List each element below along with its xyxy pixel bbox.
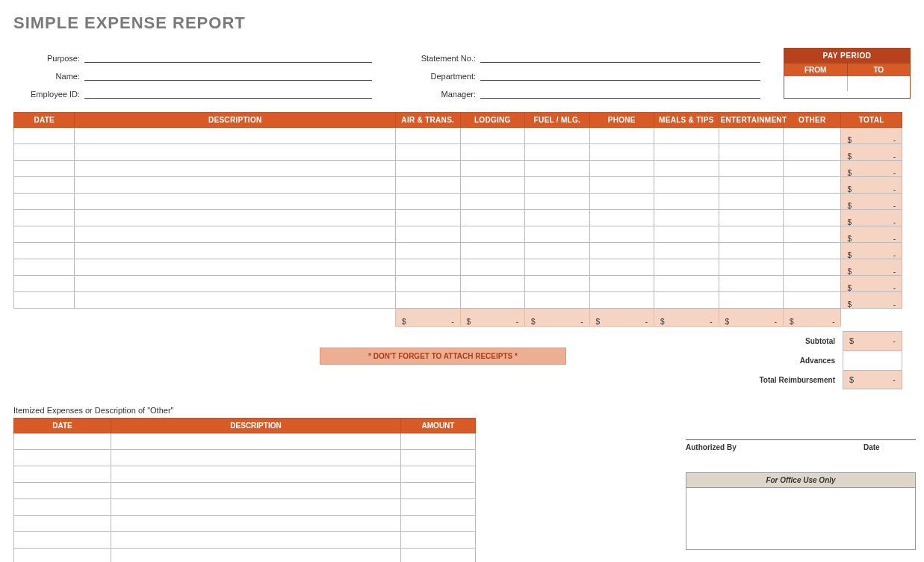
- table-cell[interactable]: [14, 433, 111, 450]
- table-cell[interactable]: [784, 259, 841, 276]
- table-cell[interactable]: [111, 466, 401, 483]
- table-cell[interactable]: [14, 532, 111, 549]
- table-cell[interactable]: [396, 259, 461, 276]
- table-cell[interactable]: [719, 194, 784, 210]
- table-cell[interactable]: [14, 226, 75, 243]
- table-cell[interactable]: [525, 276, 590, 292]
- table-cell[interactable]: [14, 276, 75, 292]
- table-cell[interactable]: [784, 128, 841, 144]
- table-cell[interactable]: [14, 516, 111, 532]
- table-cell[interactable]: [525, 210, 590, 226]
- table-cell[interactable]: [784, 161, 841, 177]
- table-cell[interactable]: [14, 210, 75, 226]
- table-cell[interactable]: [525, 144, 590, 161]
- table-cell[interactable]: [784, 210, 841, 226]
- table-cell[interactable]: [719, 210, 784, 226]
- table-cell[interactable]: [75, 292, 396, 309]
- table-cell[interactable]: [14, 144, 75, 161]
- table-cell[interactable]: [525, 243, 590, 259]
- table-cell[interactable]: [784, 276, 841, 292]
- advances-value[interactable]: [843, 351, 902, 370]
- table-cell[interactable]: [14, 292, 75, 309]
- table-cell[interactable]: [525, 226, 590, 243]
- table-cell[interactable]: [654, 128, 719, 144]
- table-cell[interactable]: [14, 177, 75, 194]
- table-cell[interactable]: [401, 549, 476, 563]
- table-cell[interactable]: [401, 532, 476, 549]
- table-cell[interactable]: [401, 516, 476, 532]
- table-cell[interactable]: [719, 243, 784, 259]
- table-cell[interactable]: [589, 259, 654, 276]
- table-cell[interactable]: [525, 128, 590, 144]
- table-cell[interactable]: [396, 194, 461, 210]
- table-cell[interactable]: [75, 128, 396, 144]
- table-cell[interactable]: [111, 433, 401, 450]
- table-cell[interactable]: [784, 226, 841, 243]
- table-cell[interactable]: [460, 276, 525, 292]
- table-cell[interactable]: [75, 226, 396, 243]
- table-cell[interactable]: [401, 450, 476, 466]
- table-cell[interactable]: [396, 161, 461, 177]
- table-cell[interactable]: [784, 144, 841, 161]
- name-input[interactable]: [84, 69, 372, 81]
- table-cell[interactable]: [396, 128, 461, 144]
- table-cell[interactable]: [460, 226, 525, 243]
- table-cell[interactable]: [525, 194, 590, 210]
- table-cell[interactable]: [460, 210, 525, 226]
- table-cell[interactable]: [784, 243, 841, 259]
- table-cell[interactable]: [589, 161, 654, 177]
- table-cell[interactable]: [396, 243, 461, 259]
- table-cell[interactable]: [75, 194, 396, 210]
- table-cell[interactable]: [111, 516, 401, 532]
- table-cell[interactable]: [460, 259, 525, 276]
- table-cell[interactable]: [460, 144, 525, 161]
- table-cell[interactable]: [75, 161, 396, 177]
- table-cell[interactable]: [75, 177, 396, 194]
- table-cell[interactable]: [14, 466, 111, 483]
- table-cell[interactable]: [75, 210, 396, 226]
- table-cell[interactable]: [14, 194, 75, 210]
- table-cell[interactable]: [460, 177, 525, 194]
- table-cell[interactable]: [784, 177, 841, 194]
- table-cell[interactable]: [396, 210, 461, 226]
- table-cell[interactable]: [401, 433, 476, 450]
- table-cell[interactable]: [14, 499, 111, 516]
- table-cell[interactable]: [719, 259, 784, 276]
- table-cell[interactable]: [525, 161, 590, 177]
- table-cell[interactable]: [14, 450, 111, 466]
- table-cell[interactable]: [525, 292, 590, 309]
- table-cell[interactable]: [654, 243, 719, 259]
- table-cell[interactable]: [654, 194, 719, 210]
- table-cell[interactable]: [14, 243, 75, 259]
- table-cell[interactable]: [111, 549, 401, 563]
- table-cell[interactable]: [401, 466, 476, 483]
- table-cell[interactable]: [654, 276, 719, 292]
- table-cell[interactable]: [401, 499, 476, 516]
- table-cell[interactable]: [719, 226, 784, 243]
- table-cell[interactable]: [396, 276, 461, 292]
- table-cell[interactable]: [75, 243, 396, 259]
- table-cell[interactable]: [525, 259, 590, 276]
- table-cell[interactable]: [460, 161, 525, 177]
- purpose-input[interactable]: [84, 51, 372, 63]
- table-cell[interactable]: [589, 144, 654, 161]
- employee-id-input[interactable]: [84, 87, 372, 99]
- table-cell[interactable]: [75, 144, 396, 161]
- table-cell[interactable]: [654, 259, 719, 276]
- table-cell[interactable]: [719, 144, 784, 161]
- table-cell[interactable]: [460, 128, 525, 144]
- table-cell[interactable]: [14, 161, 75, 177]
- manager-input[interactable]: [480, 87, 760, 99]
- table-cell[interactable]: [401, 483, 476, 499]
- table-cell[interactable]: [460, 194, 525, 210]
- table-cell[interactable]: [460, 243, 525, 259]
- table-cell[interactable]: [589, 226, 654, 243]
- table-cell[interactable]: [654, 292, 719, 309]
- table-cell[interactable]: [111, 499, 401, 516]
- table-cell[interactable]: [14, 483, 111, 499]
- statement-no-input[interactable]: [480, 51, 760, 63]
- table-cell[interactable]: [589, 194, 654, 210]
- table-cell[interactable]: [14, 128, 75, 144]
- table-cell[interactable]: [525, 177, 590, 194]
- pay-period-to-input[interactable]: [848, 76, 911, 91]
